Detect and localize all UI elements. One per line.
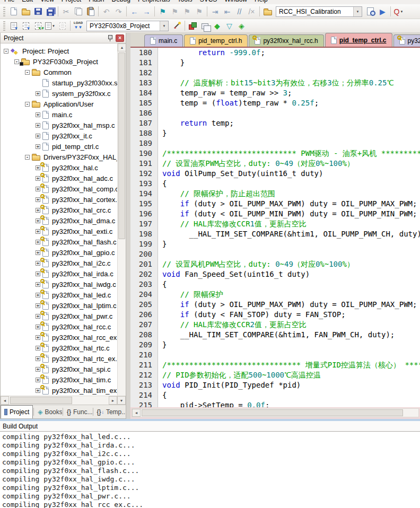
build-button[interactable]: ▼ [20,20,32,32]
expand-box-icon[interactable]: + [36,197,40,202]
tree-item[interactable]: +py32f0xx_hal_irda.c [1,268,117,279]
search-combobox[interactable]: RCC_HSI_Calibration▼ [276,6,362,17]
collapse-box-icon[interactable]: - [25,70,30,75]
editor-tab-main-c[interactable]: main.c [144,34,183,47]
save-button[interactable] [32,6,44,17]
tree-item[interactable]: +py32f0xx_hal_cortex.c [1,194,117,205]
editor-tab-py32f0xx-hal-rcc-h[interactable]: py32f0xx_hal_rcc.h [249,34,323,47]
tree-item[interactable]: -Common [1,67,117,77]
tree-item[interactable]: +py32f0xx_hal_exti.c [1,226,117,237]
find-next-button[interactable] [364,6,377,17]
translate-file-button[interactable]: ▼ [7,20,20,32]
tree-item[interactable]: -Application/User [1,99,117,109]
undo-button[interactable]: ↶ [100,6,112,17]
tree-item[interactable]: +py32f0xx_hal_flash.c [1,237,117,247]
scroll-up-arrow[interactable]: ▲ [118,43,126,51]
tree-item[interactable]: +py32f0xx_hal_rcc.c [1,321,117,332]
expand-box-icon[interactable]: + [36,176,40,181]
pack-installer-button[interactable]: ◈ [235,20,248,32]
manage-rte-button[interactable]: ◆ [211,20,223,32]
scrollbar-thumb[interactable] [10,397,72,404]
tree-item[interactable]: +py32f0xx_hal_adc.c [1,173,117,183]
scroll-down-arrow[interactable]: ▼ [117,396,126,405]
tree-item[interactable]: +pid_temp_ctrl.c [1,141,117,152]
expand-box-icon[interactable]: + [36,240,40,244]
clear-bookmarks-button[interactable]: ⚑ [193,6,205,17]
scroll-left-arrow[interactable]: ◄ [132,409,141,417]
menu-svcs[interactable]: SVCS [200,0,217,4]
batch-build-button[interactable]: ▼ [44,20,56,32]
panel-tab-project[interactable]: Project [1,405,33,418]
manage-project-items-button[interactable] [187,20,199,32]
menu-view[interactable]: View [40,0,54,4]
cut-button[interactable]: ✂ [60,6,72,17]
editor-tab-pid-temp-ctrl-h[interactable]: pid_temp_ctrl.h [184,34,248,47]
panel-splitter[interactable] [126,33,130,419]
tree-item[interactable]: +py32f0xx_hal_rtc.c [1,343,117,353]
open-file-button[interactable] [20,6,32,17]
scrollbar-thumb[interactable] [142,409,403,416]
menu-help[interactable]: Help [255,0,268,4]
code-editor[interactable]: 180 return -999.0f;181 }182183 // 温度解析：b… [130,48,420,407]
expand-box-icon[interactable]: + [36,134,40,138]
expand-box-icon[interactable]: + [36,165,40,170]
panel-tab-books[interactable]: ◈Books [34,405,62,418]
navigate-back-button[interactable]: ← [128,6,141,17]
tree-item[interactable]: +py32f0xx_hal_dma.c [1,215,117,226]
menu-debug[interactable]: Debug [112,0,130,4]
menu-peripherals[interactable]: Peripherals [138,0,170,4]
tree-item[interactable]: +py32f0xx_hal.c [1,162,117,173]
outdent-button[interactable]: ⇤ [221,6,233,17]
find-in-files-button[interactable] [261,6,274,17]
menu-file[interactable]: File [4,0,14,4]
expand-box-icon[interactable]: + [36,356,40,361]
paste-button[interactable] [84,6,97,17]
options-for-target-button[interactable] [171,20,183,32]
panel-tab-templates[interactable]: {}↓Temp... [93,405,126,418]
tree-item[interactable]: +py32f0xx_hal_tim.c [1,374,117,385]
expand-box-icon[interactable]: + [36,250,40,255]
tree-item[interactable]: +py32f0xx_hal_tim_ex.c [1,385,117,396]
expand-box-icon[interactable]: + [36,123,40,128]
expand-box-icon[interactable]: + [36,229,40,234]
toolbar-grip[interactable] [3,21,5,31]
tree-item[interactable]: +py32f0xx_it.c [1,130,117,141]
tree-item[interactable]: +py32f0xx_hal_msp.c [1,120,117,130]
tree-item[interactable]: +py32f0xx_hal_i2c.c [1,258,117,268]
toggle-bookmark-button[interactable]: ⚑ [156,6,169,17]
expand-box-icon[interactable]: + [36,112,40,117]
tree-item[interactable]: +py32f0xx_hal_gpio.c [1,247,117,258]
next-bookmark-button[interactable]: ⚑ [181,6,193,17]
target-combobox[interactable]: PY32F030x8_Project▼ [86,21,169,31]
navigate-forward-button[interactable]: → [141,6,153,17]
expand-box-icon[interactable]: + [36,208,40,213]
tree-item[interactable]: +py32f0xx_hal_led.c [1,290,117,300]
scroll-right-arrow[interactable]: ► [109,396,117,405]
scrollbar-track[interactable] [9,396,109,405]
expand-box-icon[interactable]: + [36,367,40,372]
scrollbar-thumb[interactable] [118,52,125,239]
editor-horizontal-scrollbar[interactable]: ◄ [132,408,419,417]
menu-edit[interactable]: Edit [22,0,33,4]
combobox-dropdown-arrow[interactable]: ▼ [353,7,362,16]
expand-box-icon[interactable]: + [36,346,40,351]
tree-item[interactable]: +system_py32f0xx.c [1,88,117,99]
expand-box-icon[interactable]: + [36,91,40,96]
tree-item[interactable]: +py32f0xx_hal_spi.c [1,364,117,374]
collapse-box-icon[interactable]: - [4,49,8,54]
tree-item[interactable]: -Project: Project [1,46,117,56]
expand-box-icon[interactable]: + [36,378,40,382]
menu-project[interactable]: Project [62,0,81,4]
expand-box-icon[interactable]: + [36,261,40,266]
tree-item[interactable]: +py32f0xx_hal_iwdg.c [1,279,117,290]
editor-tab-py32f0x[interactable]: py32f0x [393,34,420,47]
previous-bookmark-button[interactable]: ⚑ [169,6,181,17]
scrollbar-track[interactable] [141,409,418,417]
close-panel-button[interactable]: × [116,34,124,42]
expand-box-icon[interactable]: + [36,282,40,287]
expand-box-icon[interactable]: + [36,187,40,191]
menu-flash[interactable]: Flash [89,0,104,4]
tree-item[interactable]: startup_py32f030xx.s [1,77,117,88]
redo-button[interactable]: ↷ [112,6,125,17]
pin-icon[interactable] [107,34,113,41]
